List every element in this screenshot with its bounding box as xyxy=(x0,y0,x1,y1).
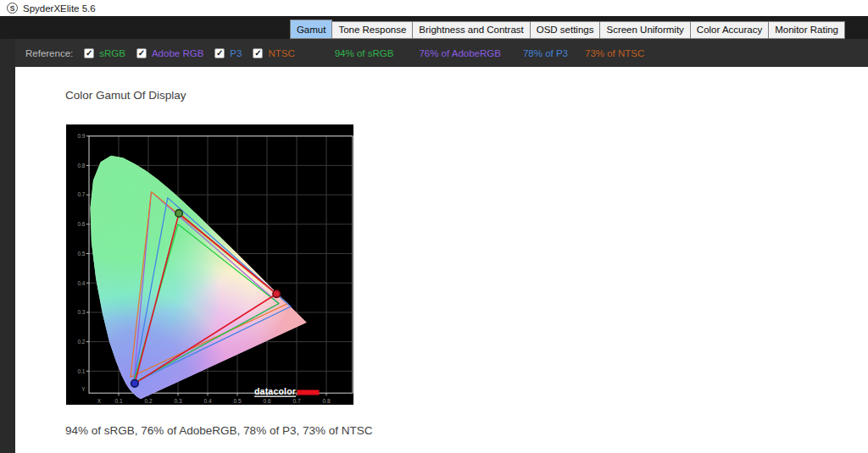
tab-tone-response[interactable]: Tone Response xyxy=(331,21,413,39)
tab-brightness-and-contrast[interactable]: Brightness and Contrast xyxy=(412,21,530,39)
svg-text:0.4: 0.4 xyxy=(203,398,211,404)
top-bar: Gamut Tone Response Brightness and Contr… xyxy=(0,16,868,39)
ntsc-checkbox[interactable]: ✓ xyxy=(253,48,263,58)
p3-percentage: 78% of P3 xyxy=(523,48,568,58)
gamut-summary-text: 94% of sRGB, 76% of AdobeRGB, 78% of P3,… xyxy=(65,424,372,437)
svg-text:Y: Y xyxy=(81,386,86,392)
ntsc-checkbox-label: NTSC xyxy=(268,48,294,58)
svg-text:0.5: 0.5 xyxy=(233,398,241,404)
window-title: SpyderXElite 5.6 xyxy=(23,3,96,14)
tab-color-accuracy[interactable]: Color Accuracy xyxy=(690,21,769,39)
gamut-chart: 0.10.20.30.40.50.60.70.80.10.20.30.40.50… xyxy=(66,124,353,405)
p3-checkbox[interactable]: ✓ xyxy=(214,48,225,58)
tab-monitor-rating[interactable]: Monitor Rating xyxy=(768,21,845,39)
reference-option-ntsc: ✓ NTSC xyxy=(253,48,294,58)
tab-osd-settings[interactable]: OSD settings xyxy=(530,21,601,39)
app-frame: Gamut Tone Response Brightness and Contr… xyxy=(0,16,868,453)
reference-label: Reference: xyxy=(25,48,73,58)
srgb-checkbox-label: sRGB xyxy=(99,48,125,58)
svg-text:0.6: 0.6 xyxy=(77,221,85,227)
cie-chromaticity-diagram: 0.10.20.30.40.50.60.70.80.10.20.30.40.50… xyxy=(66,124,353,405)
title-bar: S SpyderXElite 5.6 xyxy=(0,0,868,16)
svg-text:0.1: 0.1 xyxy=(114,398,122,404)
reference-bar: Reference: ✓ sRGB ✓ Adobe RGB ✓ P3 ✓ NTS… xyxy=(15,39,868,67)
reference-option-srgb: ✓ sRGB xyxy=(84,48,125,58)
svg-text:0.1: 0.1 xyxy=(77,368,85,374)
svg-text:0.2: 0.2 xyxy=(77,339,85,345)
svg-text:datacolor: datacolor xyxy=(254,386,296,396)
svg-text:0.5: 0.5 xyxy=(77,251,85,257)
app-logo-icon: S xyxy=(7,3,18,14)
reference-option-p3: ✓ P3 xyxy=(214,48,242,58)
tab-screen-uniformity[interactable]: Screen Uniformity xyxy=(599,21,690,39)
svg-text:0.3: 0.3 xyxy=(77,309,85,315)
adobe-rgb-percentage: 76% of AdobeRGB xyxy=(419,48,501,58)
main-panel: Color Gamut Of Display xyxy=(15,67,868,453)
page-title: Color Gamut Of Display xyxy=(65,89,186,102)
svg-text:0.8: 0.8 xyxy=(77,163,85,168)
p3-checkbox-label: P3 xyxy=(230,48,242,58)
svg-text:0.2: 0.2 xyxy=(144,398,152,404)
srgb-percentage: 94% of sRGB xyxy=(335,48,394,58)
svg-text:0.7: 0.7 xyxy=(292,398,300,404)
adobe-rgb-checkbox-label: Adobe RGB xyxy=(152,48,203,58)
srgb-checkbox[interactable]: ✓ xyxy=(84,48,94,58)
svg-text:0.3: 0.3 xyxy=(174,398,181,404)
svg-text:0.4: 0.4 xyxy=(77,280,85,286)
ntsc-percentage: 73% of NTSC xyxy=(585,48,644,58)
tab-strip: Gamut Tone Response Brightness and Contr… xyxy=(291,19,845,39)
svg-text:0.8: 0.8 xyxy=(322,398,330,404)
tab-gamut[interactable]: Gamut xyxy=(290,19,333,39)
svg-text:X: X xyxy=(97,398,102,404)
svg-text:0.9: 0.9 xyxy=(77,133,85,139)
adobe-rgb-checkbox[interactable]: ✓ xyxy=(136,48,147,58)
reference-option-adobe-rgb: ✓ Adobe RGB xyxy=(136,48,203,58)
svg-text:0.6: 0.6 xyxy=(263,398,270,404)
svg-text:0.7: 0.7 xyxy=(77,191,85,197)
